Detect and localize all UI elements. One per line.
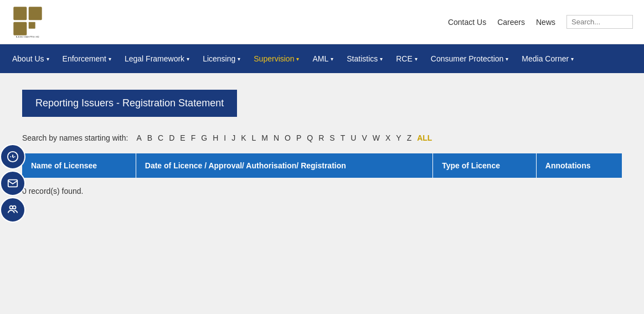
alpha-ALL[interactable]: ALL [415, 133, 434, 142]
page-title: Reporting Issuers - Registration Stateme… [35, 97, 224, 109]
nav-statistics[interactable]: Statistics ▾ [340, 44, 389, 73]
top-links: Contact Us Careers News [448, 15, 633, 29]
svg-rect-4 [13, 7, 27, 20]
alpha-O[interactable]: O [283, 133, 292, 142]
alpha-X[interactable]: X [384, 133, 392, 142]
alpha-search-label: Search by names starting with: [22, 133, 128, 142]
nav-about-us[interactable]: About Us ▾ [6, 44, 56, 73]
side-buttons [0, 144, 25, 223]
alpha-Q[interactable]: Q [305, 133, 315, 142]
chevron-down-icon: ▾ [331, 56, 333, 62]
nav-licensing[interactable]: Licensing ▾ [196, 44, 247, 73]
alpha-N[interactable]: N [272, 133, 281, 142]
page-title-banner: Reporting Issuers - Registration Stateme… [22, 90, 237, 117]
alpha-T[interactable]: T [339, 133, 347, 142]
chevron-down-icon: ▾ [506, 56, 508, 62]
alpha-search: Search by names starting with: A B C D E… [22, 133, 622, 142]
contact-us-link[interactable]: Contact Us [448, 18, 486, 27]
records-found: 0 record(s) found. [22, 187, 622, 195]
table-header-row: Name of Licensee Date of Licence / Appro… [22, 153, 622, 178]
chevron-down-icon: ▾ [238, 56, 240, 62]
nav-rce[interactable]: RCE ▾ [389, 44, 424, 73]
nav-aml[interactable]: AML ▾ [306, 44, 340, 73]
alpha-W[interactable]: W [371, 133, 382, 142]
nav-supervision[interactable]: Supervision ▾ [247, 44, 306, 73]
alpha-D[interactable]: D [167, 133, 176, 142]
alpha-Y[interactable]: Y [394, 133, 403, 142]
alpha-L[interactable]: L [250, 133, 258, 142]
chevron-down-icon: ▾ [47, 56, 49, 62]
alpha-K[interactable]: K [239, 133, 248, 142]
chevron-down-icon: ▾ [187, 56, 189, 62]
alpha-U[interactable]: U [349, 133, 358, 142]
alpha-V[interactable]: V [360, 133, 368, 142]
col-type-of-licence: Type of Licence [433, 153, 537, 178]
fsc-logo: MAURITIUS [11, 4, 44, 38]
email-side-button[interactable] [0, 144, 25, 169]
licensees-table: Name of Licensee Date of Licence / Appro… [22, 153, 622, 178]
svg-rect-5 [13, 22, 27, 35]
group-side-button[interactable] [0, 197, 25, 223]
alpha-E[interactable]: E [178, 133, 187, 142]
chevron-down-icon: ▾ [380, 56, 383, 62]
alpha-J[interactable]: J [230, 133, 237, 142]
alpha-Z[interactable]: Z [405, 133, 414, 142]
svg-text:MAURITIUS: MAURITIUS [16, 35, 39, 38]
logo-area: MAURITIUS [11, 4, 44, 38]
svg-point-3 [13, 206, 16, 209]
col-name-of-licensee: Name of Licensee [22, 153, 136, 178]
nav-consumer-protection[interactable]: Consumer Protection ▾ [424, 44, 516, 73]
news-link[interactable]: News [536, 18, 555, 27]
col-date-of-licence: Date of Licence / Approval/ Authorisatio… [136, 153, 432, 178]
nav-bar: About Us ▾ Enforcement ▾ Legal Framework… [0, 44, 644, 73]
alpha-B[interactable]: B [146, 133, 154, 142]
chevron-down-icon: ▾ [109, 56, 111, 62]
page-content: Reporting Issuers - Registration Stateme… [0, 73, 644, 295]
nav-enforcement[interactable]: Enforcement ▾ [56, 44, 118, 73]
alpha-M[interactable]: M [260, 133, 270, 142]
careers-link[interactable]: Careers [497, 18, 525, 27]
alpha-F[interactable]: F [189, 133, 198, 142]
alpha-H[interactable]: H [211, 133, 220, 142]
col-annotations: Annotations [536, 153, 622, 178]
chevron-down-icon: ▾ [296, 56, 299, 62]
top-bar: MAURITIUS Contact Us Careers News [0, 0, 644, 44]
chevron-down-icon: ▾ [415, 56, 418, 62]
alpha-C[interactable]: C [156, 133, 165, 142]
chevron-down-icon: ▾ [571, 56, 574, 62]
alpha-A[interactable]: A [135, 133, 143, 142]
svg-rect-6 [29, 7, 42, 20]
nav-media-corner[interactable]: Media Corner ▾ [515, 44, 580, 73]
nav-legal-framework[interactable]: Legal Framework ▾ [118, 44, 196, 73]
alpha-P[interactable]: P [295, 133, 303, 142]
alpha-R[interactable]: R [317, 133, 326, 142]
svg-rect-7 [29, 22, 35, 29]
contact-side-button[interactable] [0, 171, 25, 196]
alpha-G[interactable]: G [199, 133, 209, 142]
search-input[interactable] [566, 15, 633, 29]
alpha-I[interactable]: I [222, 133, 228, 142]
alpha-S[interactable]: S [328, 133, 336, 142]
